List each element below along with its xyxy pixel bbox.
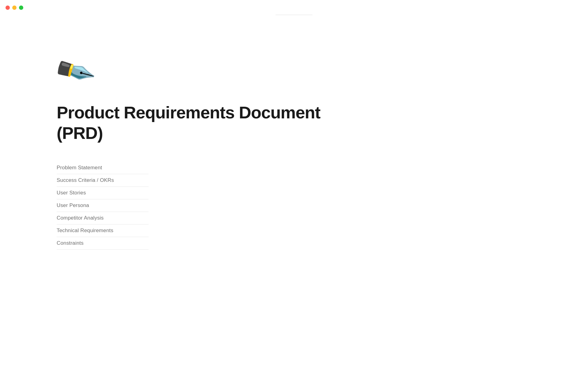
window-controls (6, 6, 23, 10)
toc-item-constraints[interactable]: Constraints (57, 237, 149, 250)
toc-item-technical-requirements[interactable]: Technical Requirements (57, 224, 149, 237)
page-icon-container: ✒️ (57, 55, 531, 87)
main-content: ✒️ Product Requirements Document (PRD) P… (0, 0, 588, 368)
close-button[interactable] (6, 6, 10, 10)
maximize-button[interactable] (19, 6, 23, 10)
toc-item-problem-statement[interactable]: Problem Statement (57, 162, 149, 174)
pen-icon: ✒️ (51, 49, 96, 94)
table-of-contents: Problem Statement Success Criteria / OKR… (57, 162, 531, 250)
toc-item-competitor-analysis[interactable]: Competitor Analysis (57, 212, 149, 224)
toc-item-success-criteria[interactable]: Success Criteria / OKRs (57, 174, 149, 187)
toc-item-user-stories[interactable]: User Stories (57, 187, 149, 199)
page-title: Product Requirements Document (PRD) (57, 102, 332, 143)
minimize-button[interactable] (12, 6, 17, 10)
toc-item-user-persona[interactable]: User Persona (57, 199, 149, 212)
